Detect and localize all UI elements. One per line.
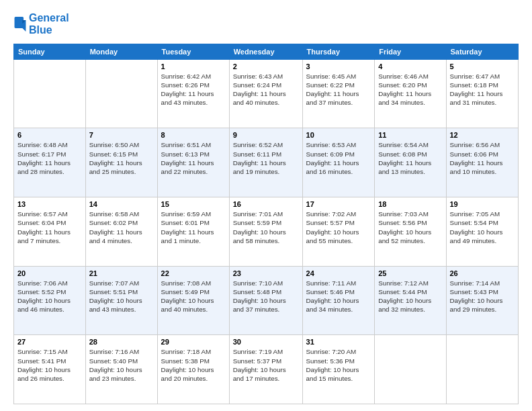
- day-info: Sunrise: 7:01 AM Sunset: 5:59 PM Dayligh…: [233, 210, 299, 245]
- day-number: 16: [233, 200, 299, 208]
- calendar-cell: 4Sunrise: 6:46 AM Sunset: 6:20 PM Daylig…: [375, 59, 446, 128]
- calendar-cell: 8Sunrise: 6:51 AM Sunset: 6:13 PM Daylig…: [157, 128, 229, 197]
- day-info: Sunrise: 7:11 AM Sunset: 5:46 PM Dayligh…: [306, 279, 371, 314]
- day-number: 22: [161, 269, 226, 277]
- day-info: Sunrise: 7:12 AM Sunset: 5:44 PM Dayligh…: [378, 279, 442, 314]
- day-info: Sunrise: 7:14 AM Sunset: 5:43 PM Dayligh…: [450, 279, 515, 314]
- calendar-cell: 31Sunrise: 7:20 AM Sunset: 5:36 PM Dayli…: [302, 335, 375, 404]
- day-info: Sunrise: 6:50 AM Sunset: 6:15 PM Dayligh…: [89, 140, 154, 176]
- calendar-cell: 23Sunrise: 7:10 AM Sunset: 5:48 PM Dayli…: [229, 266, 302, 335]
- calendar-cell: 27Sunrise: 7:15 AM Sunset: 5:41 PM Dayli…: [14, 335, 86, 404]
- calendar-cell: 5Sunrise: 6:47 AM Sunset: 6:18 PM Daylig…: [446, 59, 519, 128]
- day-number: 6: [17, 131, 82, 139]
- col-header-sunday: Sunday: [14, 44, 86, 59]
- day-number: 20: [17, 269, 82, 277]
- day-info: Sunrise: 7:02 AM Sunset: 5:57 PM Dayligh…: [306, 210, 371, 245]
- svg-rect-0: [15, 17, 24, 28]
- logo: General Blue: [13, 12, 69, 37]
- calendar-cell: 16Sunrise: 7:01 AM Sunset: 5:59 PM Dayli…: [229, 197, 302, 267]
- day-number: 28: [89, 338, 154, 346]
- logo-text: General Blue: [29, 12, 69, 37]
- day-number: 25: [378, 269, 442, 277]
- calendar-cell: 20Sunrise: 7:06 AM Sunset: 5:52 PM Dayli…: [14, 266, 86, 335]
- day-number: 2: [233, 62, 299, 71]
- day-info: Sunrise: 6:46 AM Sunset: 6:20 PM Dayligh…: [378, 72, 442, 107]
- day-info: Sunrise: 7:08 AM Sunset: 5:49 PM Dayligh…: [161, 279, 226, 314]
- calendar-cell: 11Sunrise: 6:54 AM Sunset: 6:08 PM Dayli…: [375, 128, 446, 197]
- calendar-cell: 29Sunrise: 7:18 AM Sunset: 5:38 PM Dayli…: [157, 335, 229, 404]
- day-info: Sunrise: 6:51 AM Sunset: 6:13 PM Dayligh…: [161, 140, 226, 176]
- col-header-saturday: Saturday: [446, 44, 519, 59]
- day-info: Sunrise: 7:15 AM Sunset: 5:41 PM Dayligh…: [17, 347, 82, 383]
- day-info: Sunrise: 6:56 AM Sunset: 6:06 PM Dayligh…: [450, 140, 515, 176]
- day-info: Sunrise: 6:52 AM Sunset: 6:11 PM Dayligh…: [233, 140, 299, 176]
- calendar-cell: 24Sunrise: 7:11 AM Sunset: 5:46 PM Dayli…: [302, 266, 375, 335]
- calendar-cell: 7Sunrise: 6:50 AM Sunset: 6:15 PM Daylig…: [85, 128, 157, 197]
- calendar-cell: 6Sunrise: 6:48 AM Sunset: 6:17 PM Daylig…: [14, 128, 86, 197]
- day-number: 31: [306, 338, 371, 346]
- day-info: Sunrise: 6:48 AM Sunset: 6:17 PM Dayligh…: [17, 140, 82, 176]
- day-info: Sunrise: 7:20 AM Sunset: 5:36 PM Dayligh…: [306, 347, 371, 383]
- calendar-cell: 10Sunrise: 6:53 AM Sunset: 6:09 PM Dayli…: [302, 128, 375, 197]
- day-number: 10: [306, 131, 371, 139]
- header: General Blue: [13, 12, 519, 37]
- day-info: Sunrise: 6:58 AM Sunset: 6:02 PM Dayligh…: [89, 210, 154, 245]
- day-info: Sunrise: 6:54 AM Sunset: 6:08 PM Dayligh…: [378, 140, 442, 176]
- col-header-wednesday: Wednesday: [229, 44, 302, 59]
- day-number: 24: [306, 269, 371, 277]
- calendar-cell: 9Sunrise: 6:52 AM Sunset: 6:11 PM Daylig…: [229, 128, 302, 197]
- day-number: 21: [89, 269, 154, 277]
- day-info: Sunrise: 6:47 AM Sunset: 6:18 PM Dayligh…: [450, 72, 515, 107]
- day-info: Sunrise: 6:42 AM Sunset: 6:26 PM Dayligh…: [161, 72, 226, 107]
- calendar-cell: 12Sunrise: 6:56 AM Sunset: 6:06 PM Dayli…: [446, 128, 519, 197]
- day-number: 1: [161, 62, 226, 71]
- day-number: 12: [450, 131, 515, 139]
- calendar-week-row: 13Sunrise: 6:57 AM Sunset: 6:04 PM Dayli…: [14, 197, 519, 267]
- day-info: Sunrise: 7:16 AM Sunset: 5:40 PM Dayligh…: [89, 347, 154, 383]
- calendar-cell: 1Sunrise: 6:42 AM Sunset: 6:26 PM Daylig…: [157, 59, 229, 128]
- page: General Blue SundayMondayTuesdayWednesda…: [0, 0, 532, 411]
- day-number: 15: [161, 200, 226, 208]
- calendar-cell: 26Sunrise: 7:14 AM Sunset: 5:43 PM Dayli…: [446, 266, 519, 335]
- day-info: Sunrise: 7:05 AM Sunset: 5:54 PM Dayligh…: [450, 210, 515, 245]
- day-number: 11: [378, 131, 442, 139]
- col-header-monday: Monday: [85, 44, 157, 59]
- calendar-cell: 13Sunrise: 6:57 AM Sunset: 6:04 PM Dayli…: [14, 197, 86, 267]
- day-info: Sunrise: 6:43 AM Sunset: 6:24 PM Dayligh…: [233, 72, 299, 107]
- calendar-cell: 30Sunrise: 7:19 AM Sunset: 5:37 PM Dayli…: [229, 335, 302, 404]
- day-number: 29: [161, 338, 226, 346]
- calendar-week-row: 20Sunrise: 7:06 AM Sunset: 5:52 PM Dayli…: [14, 266, 519, 335]
- calendar-table: SundayMondayTuesdayWednesdayThursdayFrid…: [13, 44, 519, 404]
- day-info: Sunrise: 6:57 AM Sunset: 6:04 PM Dayligh…: [17, 210, 82, 245]
- day-info: Sunrise: 7:03 AM Sunset: 5:56 PM Dayligh…: [378, 210, 442, 245]
- calendar-cell: 22Sunrise: 7:08 AM Sunset: 5:49 PM Dayli…: [157, 266, 229, 335]
- logo-icon: [14, 17, 26, 32]
- day-info: Sunrise: 6:59 AM Sunset: 6:01 PM Dayligh…: [161, 210, 226, 245]
- calendar-cell: [14, 59, 86, 128]
- day-number: 8: [161, 131, 226, 139]
- day-info: Sunrise: 6:45 AM Sunset: 6:22 PM Dayligh…: [306, 72, 371, 107]
- calendar-cell: [375, 335, 446, 404]
- day-number: 18: [378, 200, 442, 208]
- col-header-tuesday: Tuesday: [157, 44, 229, 59]
- calendar-week-row: 1Sunrise: 6:42 AM Sunset: 6:26 PM Daylig…: [14, 59, 519, 128]
- calendar-cell: 19Sunrise: 7:05 AM Sunset: 5:54 PM Dayli…: [446, 197, 519, 267]
- calendar-cell: [446, 335, 519, 404]
- calendar-cell: 25Sunrise: 7:12 AM Sunset: 5:44 PM Dayli…: [375, 266, 446, 335]
- calendar-cell: 28Sunrise: 7:16 AM Sunset: 5:40 PM Dayli…: [85, 335, 157, 404]
- day-number: 9: [233, 131, 299, 139]
- day-number: 19: [450, 200, 515, 208]
- day-number: 14: [89, 200, 154, 208]
- day-info: Sunrise: 7:19 AM Sunset: 5:37 PM Dayligh…: [233, 347, 299, 383]
- day-info: Sunrise: 6:53 AM Sunset: 6:09 PM Dayligh…: [306, 140, 371, 176]
- day-info: Sunrise: 7:07 AM Sunset: 5:51 PM Dayligh…: [89, 279, 154, 314]
- day-number: 23: [233, 269, 299, 277]
- day-info: Sunrise: 7:06 AM Sunset: 5:52 PM Dayligh…: [17, 279, 82, 314]
- calendar-cell: 3Sunrise: 6:45 AM Sunset: 6:22 PM Daylig…: [302, 59, 375, 128]
- day-info: Sunrise: 7:18 AM Sunset: 5:38 PM Dayligh…: [161, 347, 226, 383]
- day-number: 17: [306, 200, 371, 208]
- day-info: Sunrise: 7:10 AM Sunset: 5:48 PM Dayligh…: [233, 279, 299, 314]
- day-number: 30: [233, 338, 299, 346]
- calendar-cell: 14Sunrise: 6:58 AM Sunset: 6:02 PM Dayli…: [85, 197, 157, 267]
- calendar-cell: 17Sunrise: 7:02 AM Sunset: 5:57 PM Dayli…: [302, 197, 375, 267]
